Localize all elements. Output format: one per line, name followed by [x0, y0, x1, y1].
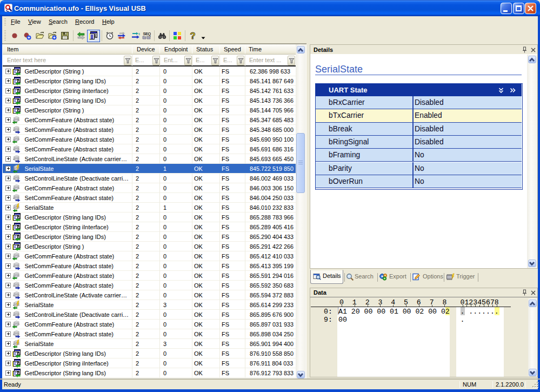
- svg-text:SEQ: SEQ: [143, 31, 151, 36]
- svg-text:s: s: [138, 32, 140, 36]
- svg-text:?: ?: [190, 31, 196, 40]
